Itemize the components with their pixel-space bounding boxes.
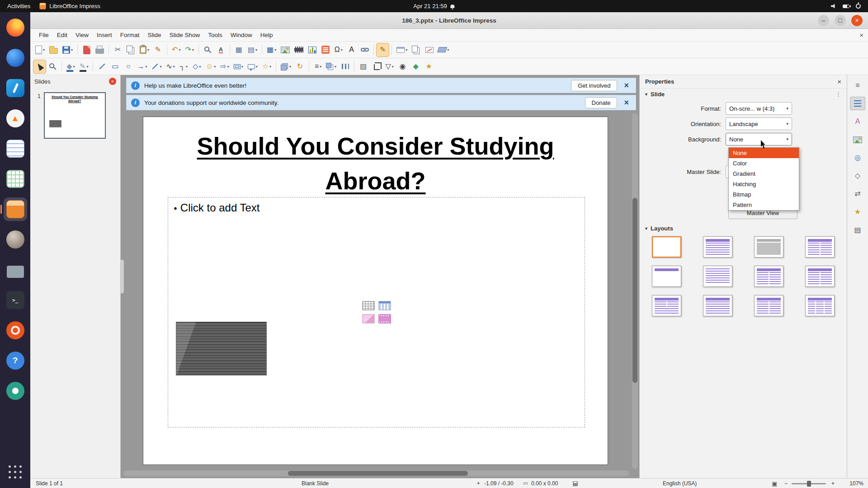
block-arrows-button[interactable]: ⇨▾ [218,60,231,73]
more-options-icon[interactable]: ⋮ [835,91,841,98]
export-pdf-button[interactable] [80,43,93,56]
tab-styles[interactable]: A [850,115,865,128]
menu-slide[interactable]: Slide [144,30,165,40]
background-option-hatching[interactable]: Hatching [729,179,799,189]
duplicate-slide-button[interactable] [410,43,422,56]
insert-chart-placeholder-icon[interactable] [378,301,391,310]
basic-shapes-button[interactable]: ◇▾ [191,60,203,73]
open-file-button[interactable] [47,43,60,56]
insert-image-placeholder-icon[interactable] [362,314,374,324]
document-modified-icon[interactable] [573,481,578,486]
dock-item-libreoffice-calc[interactable] [4,167,27,191]
background-option-bitmap[interactable]: Bitmap [729,189,799,200]
slide-title-text[interactable]: Should You Consider Studying Abroad? [186,129,566,198]
tab-navigator[interactable]: ◎ [850,151,865,164]
layout-six-content[interactable] [805,295,835,316]
language-selector[interactable]: English (USA) [663,480,697,487]
close-window-button[interactable]: × [851,15,863,26]
dock-item-libreoffice-impress[interactable] [4,197,27,221]
slide-canvas[interactable]: Should You Consider Studying Abroad? ● C… [143,117,608,465]
content-placeholder-box[interactable]: ● Click to add Text [168,197,585,427]
menu-insert[interactable]: Insert [93,30,116,40]
insert-table-placeholder-icon[interactable] [362,301,374,310]
save-button[interactable]: ▾ [61,43,75,56]
select-button[interactable] [33,60,46,73]
dock-item-libreoffice-writer[interactable] [4,137,27,160]
new-document-button[interactable]: ▾ [33,43,47,56]
close-document-button[interactable]: × [859,31,863,39]
redo-button[interactable]: ↷▾ [183,43,195,56]
layout-title-content-alt[interactable] [754,236,783,258]
horizontal-scrollbar[interactable] [123,470,629,476]
paste-button[interactable]: ▾ [138,43,151,56]
insert-fontwork-button[interactable]: A [345,43,358,56]
system-status-area[interactable] [831,4,868,9]
background-option-color[interactable]: Color [729,158,799,169]
layouts-section-header[interactable]: ▾ Layouts [640,223,847,234]
maximize-button[interactable]: □ [835,15,846,26]
shadow-button[interactable]: ▨ [357,60,369,73]
background-select[interactable]: None ▾ [726,133,792,145]
tab-gallery[interactable] [850,133,865,146]
zoom-slider[interactable] [792,483,826,484]
curves-and-polygons-button[interactable]: ∿▾ [164,60,176,73]
donate-button[interactable]: Donate [585,97,618,108]
background-option-gradient[interactable]: Gradient [729,169,799,179]
focused-app-indicator[interactable]: LibreOffice Impress [39,3,100,9]
layout-four-content[interactable] [754,295,783,316]
menu-slide-show[interactable]: Slide Show [165,30,204,40]
insert-special-character-button[interactable]: Ω▾ [332,43,344,56]
rectangle-button[interactable]: ▭ [109,60,121,73]
slide-section-header[interactable]: ▾ Slide ⋮ [640,89,847,99]
spelling-button[interactable]: A [215,43,227,56]
rotate-button[interactable]: ↻ [294,60,306,73]
menu-window[interactable]: Window [226,30,256,40]
animation-button[interactable]: ★ [423,60,435,73]
insert-table-button[interactable]: ▦▾ [265,43,278,56]
dock-item-vscode[interactable] [4,76,27,100]
content-placeholder-text[interactable]: Click to add Text [180,202,260,214]
tab-slide-transition[interactable]: ⇄ [850,187,865,201]
layout-title-two-content[interactable] [805,236,835,258]
close-slides-panel-button[interactable]: × [109,78,116,85]
clock-menu[interactable]: Apr 21 21:59 [413,3,454,9]
fit-slide-icon[interactable]: ▣ [772,480,777,487]
cut-button[interactable]: ✂ [112,43,124,56]
get-involved-button[interactable]: Get involved [571,80,617,91]
align-objects-button[interactable]: ≡▾ [312,60,324,73]
ellipse-button[interactable]: ○ [122,60,134,73]
insert-media-placeholder-icon[interactable] [378,314,391,324]
horizontal-scrollbar-thumb[interactable] [288,471,468,476]
layout-two-content-and-content[interactable] [754,266,783,287]
tab-animation[interactable]: ★ [850,205,865,219]
dock-item-terminal[interactable]: >_ [4,288,27,312]
slide-thumbnail[interactable]: Should You Consider Studying Abroad? [44,92,106,139]
insert-text-box-button[interactable] [319,43,331,56]
layout-content-and-two-content[interactable] [805,266,835,287]
tab-properties[interactable] [850,97,865,110]
stars-and-banners-button[interactable]: ☆▾ [260,60,273,73]
insert-line-button[interactable] [96,60,108,73]
fill-color-button[interactable]: ◆▾ [65,60,77,73]
display-grid-button[interactable]: ▦ [233,43,245,56]
tab-shapes[interactable]: ◇ [850,169,865,183]
tab-master-slides[interactable]: ▤ [850,223,865,237]
cursor-position-label[interactable]: -1.09 / -0.30 [484,480,514,487]
image-filter-button[interactable]: ▽▾ [383,60,396,73]
layout-blank[interactable] [652,236,681,258]
menu-tools[interactable]: Tools [204,30,226,40]
line-ends-style-button[interactable]: →▾ [135,60,149,73]
menu-help[interactable]: Help [256,30,277,40]
lines-and-arrows-button[interactable]: ▾ [150,60,163,73]
dock-item-vlc[interactable]: ▲ [4,107,27,130]
background-option-pattern[interactable]: Pattern [729,200,799,210]
window-titlebar[interactable]: 186_3.pptx - LibreOffice Impress – □ × [30,12,868,29]
layout-two-content-over-content[interactable] [652,295,681,316]
line-color-button[interactable]: ✎▾ [78,60,90,73]
layout-title-only[interactable] [652,266,681,287]
dock-item-files[interactable] [4,258,27,282]
minimize-button[interactable]: – [818,15,829,26]
close-notification-icon[interactable]: × [622,81,631,90]
zoom-percent-label[interactable]: 107% [849,480,863,487]
print-button[interactable] [94,43,106,56]
